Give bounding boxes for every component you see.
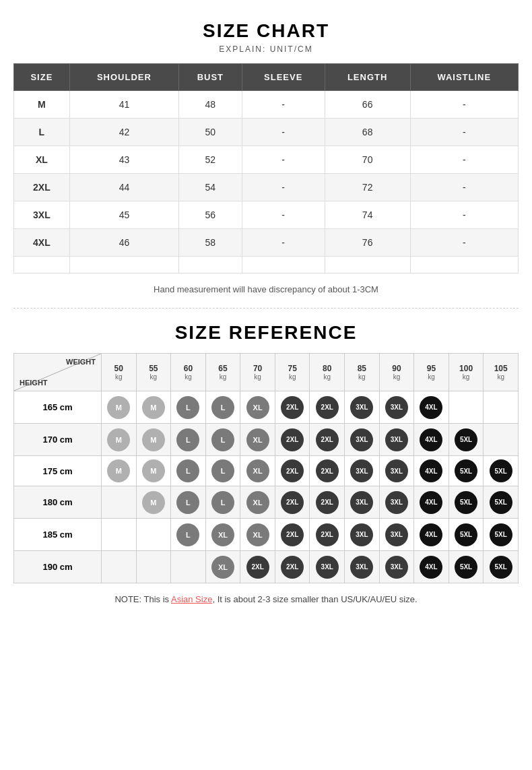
size-bubble: 3XL <box>385 396 408 419</box>
size-cell: 5XL <box>448 456 484 486</box>
size-cell: 3XL <box>345 519 380 551</box>
size-bubble: 4XL <box>420 556 442 579</box>
height-cell: 165 cm <box>14 391 102 424</box>
size-cell: 2XL <box>275 551 310 583</box>
size-bubble: 2XL <box>281 491 304 514</box>
size-table-header-cell: WAISTLINE <box>410 64 518 91</box>
size-bubble: 5XL <box>490 491 512 514</box>
size-cell: L <box>205 424 240 456</box>
size-cell: L <box>171 391 206 424</box>
size-bubble: L <box>176 396 199 419</box>
size-cell: 5XL <box>484 486 519 519</box>
size-chart-subtitle: EXPLAIN: UNIT/CM <box>13 44 519 54</box>
table-cell <box>14 257 70 274</box>
size-bubble: M <box>142 491 165 514</box>
size-bubble: 2XL <box>316 491 339 514</box>
size-cell: 4XL <box>414 456 449 486</box>
table-row: 180 cmMLLXL2XL2XL3XL3XL4XL5XL5XL <box>14 486 519 519</box>
size-bubble: XL <box>246 491 269 514</box>
table-cell: - <box>242 229 325 257</box>
size-bubble: L <box>176 459 199 482</box>
table-cell: 56 <box>179 201 242 229</box>
size-bubble: 2XL <box>316 523 339 546</box>
height-cell: 190 cm <box>14 551 102 583</box>
size-cell: M <box>136 486 171 519</box>
size-cell: L <box>171 519 206 551</box>
weight-header-cell: 55kg <box>136 354 171 391</box>
height-label: HEIGHT <box>20 379 48 387</box>
size-cell: XL <box>240 456 275 486</box>
size-bubble: L <box>211 396 234 419</box>
size-table-header-cell: SLEEVE <box>242 64 325 91</box>
size-cell: M <box>136 456 171 486</box>
size-cell: 3XL <box>345 456 380 486</box>
table-cell: - <box>410 119 518 146</box>
size-bubble: 5XL <box>455 491 477 514</box>
size-cell: L <box>171 456 206 486</box>
table-cell: XL <box>14 146 70 174</box>
table-row: 4XL4658-76- <box>14 229 519 257</box>
size-bubble: 2XL <box>281 523 304 546</box>
size-cell: 3XL <box>379 551 414 583</box>
size-bubble: 5XL <box>455 428 477 451</box>
table-cell: 76 <box>325 229 410 257</box>
size-cell: 3XL <box>379 391 414 424</box>
height-cell: 180 cm <box>14 486 102 519</box>
weight-header-cell: 105kg <box>484 354 519 391</box>
size-bubble: 3XL <box>350 459 373 482</box>
table-cell: 50 <box>179 119 242 146</box>
size-cell <box>102 519 137 551</box>
size-bubble: L <box>211 428 234 451</box>
size-cell: 3XL <box>345 391 380 424</box>
size-cell: 3XL <box>345 551 380 583</box>
size-table-header-cell: LENGTH <box>325 64 410 91</box>
size-bubble: 5XL <box>455 459 477 482</box>
size-bubble: 3XL <box>316 556 339 579</box>
table-cell: 3XL <box>14 201 70 229</box>
table-cell: - <box>410 91 518 119</box>
ref-header-row: WEIGHT HEIGHT 50kg55kg60kg65kg70kg75kg80… <box>14 354 519 391</box>
size-bubble: 3XL <box>350 396 373 419</box>
size-cell: 5XL <box>484 519 519 551</box>
table-cell: - <box>242 174 325 201</box>
weight-header-cell: 95kg <box>414 354 449 391</box>
size-table-body: M4148-66-L4250-68-XL4352-70-2XL4454-72-3… <box>14 91 519 274</box>
table-cell: - <box>410 146 518 174</box>
table-row: 185 cmLXLXL2XL2XL3XL3XL4XL5XL5XL <box>14 519 519 551</box>
table-cell: - <box>410 201 518 229</box>
size-cell: XL <box>240 486 275 519</box>
table-cell: L <box>14 119 70 146</box>
size-cell: M <box>136 391 171 424</box>
height-cell: 175 cm <box>14 456 102 486</box>
size-bubble: 3XL <box>350 523 373 546</box>
size-bubble: 2XL <box>281 396 304 419</box>
weight-label: WEIGHT <box>66 358 96 366</box>
height-cell: 185 cm <box>14 519 102 551</box>
size-bubble: M <box>142 396 165 419</box>
size-cell: M <box>102 424 137 456</box>
size-cell: 4XL <box>414 551 449 583</box>
size-bubble: XL <box>211 556 234 579</box>
size-cell: L <box>205 486 240 519</box>
weight-header-cell: 60kg <box>171 354 206 391</box>
table-cell: 2XL <box>14 174 70 201</box>
size-cell: 5XL <box>448 424 484 456</box>
size-bubble: 2XL <box>281 428 304 451</box>
size-bubble: 5XL <box>490 523 512 546</box>
weight-header-cell: 90kg <box>379 354 414 391</box>
size-bubble: 4XL <box>420 459 442 482</box>
weight-header-cell: 50kg <box>102 354 137 391</box>
table-cell <box>179 257 242 274</box>
size-bubble: M <box>107 428 130 451</box>
size-cell: 4XL <box>414 391 449 424</box>
size-ref-title: SIZE REFERENCE <box>13 322 519 344</box>
size-cell: 3XL <box>345 424 380 456</box>
size-bubble: XL <box>246 396 269 419</box>
size-cell: L <box>171 486 206 519</box>
table-cell: 66 <box>325 91 410 119</box>
size-cell <box>484 391 519 424</box>
empty-bubble <box>107 554 130 577</box>
size-chart-title: SIZE CHART <box>13 20 519 42</box>
table-cell: 74 <box>325 201 410 229</box>
table-cell <box>242 257 325 274</box>
